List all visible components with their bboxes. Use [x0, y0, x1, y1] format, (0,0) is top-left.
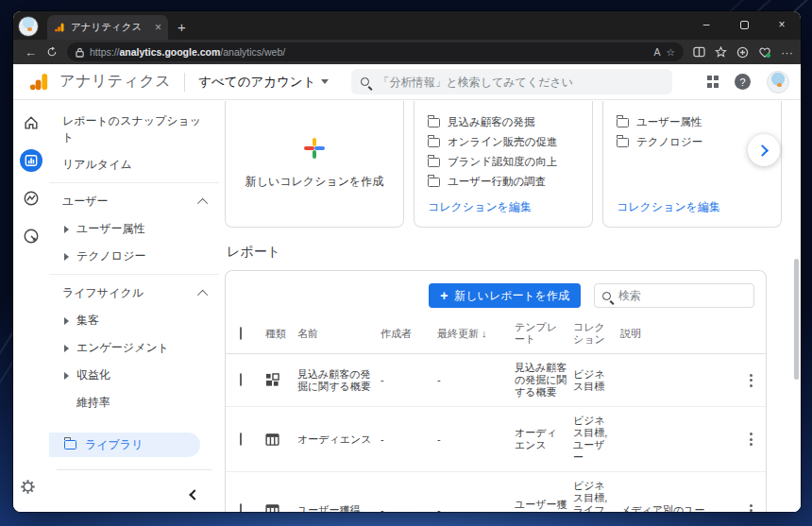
- report-description: メディア別のユー...: [620, 504, 734, 512]
- column-header-collections[interactable]: コレクション: [573, 321, 620, 346]
- search-icon: [602, 292, 611, 300]
- report-updated: -: [437, 374, 515, 386]
- library-button[interactable]: ライブラリ: [49, 433, 200, 457]
- reports-section-title: レポート: [219, 228, 801, 270]
- header-divider: [184, 73, 185, 92]
- report-name[interactable]: 見込み顧客の発掘に関する概要: [297, 368, 381, 393]
- tab-strip: アナリティクス × + – ×: [13, 11, 801, 40]
- plus-icon: [304, 138, 325, 159]
- row-menu-icon[interactable]: [741, 504, 760, 513]
- table-row[interactable]: ユーザー獲得 - - ユーザー獲得 ビジネス目標, ライフサイクル メディア別の…: [226, 472, 766, 512]
- browser-essentials-icon[interactable]: [758, 46, 771, 59]
- nav-section-user[interactable]: ユーザー: [49, 187, 219, 215]
- row-menu-icon[interactable]: [741, 374, 760, 387]
- nav-item-snapshot[interactable]: レポートのスナップショット: [49, 108, 219, 151]
- expand-triangle-icon: [64, 372, 69, 380]
- row-checkbox[interactable]: [240, 373, 242, 386]
- report-template: ユーザー獲得: [515, 499, 573, 513]
- sort-desc-icon: ↓: [482, 328, 487, 339]
- collection-folder-list: 見込み顧客の発掘オンライン販売の促進ブランド認知度の向上ユーザー行動の調査: [414, 101, 592, 192]
- edit-collection-link[interactable]: コレクションを編集: [617, 199, 720, 215]
- help-icon[interactable]: ?: [735, 74, 751, 90]
- ga-header: アナリティクス すべてのアカウント ?: [13, 64, 801, 100]
- collection-folder-item[interactable]: ユーザー行動の調査: [428, 172, 579, 192]
- report-type-icon: [265, 503, 297, 512]
- nav-item-monetization[interactable]: 収益化: [49, 362, 219, 389]
- close-button[interactable]: ×: [763, 11, 801, 38]
- table-search-input[interactable]: [618, 289, 746, 302]
- read-aloud-icon[interactable]: A: [654, 46, 661, 58]
- url-text: https://analytics.google.com/analytics/w…: [90, 46, 649, 58]
- column-header-name[interactable]: 名前: [297, 328, 381, 340]
- settings-gear-icon[interactable]: [20, 479, 36, 499]
- report-name[interactable]: オーディエンス: [297, 433, 381, 446]
- report-name[interactable]: ユーザー獲得: [297, 504, 381, 512]
- minimize-button[interactable]: –: [687, 11, 725, 38]
- ga-search-input[interactable]: [378, 76, 663, 89]
- maximize-button[interactable]: [725, 11, 763, 38]
- reports-icon[interactable]: [20, 149, 42, 172]
- new-tab-button[interactable]: +: [178, 19, 186, 35]
- extensions-icon[interactable]: [736, 46, 749, 59]
- explore-icon[interactable]: [20, 187, 42, 210]
- browser-profile-avatar[interactable]: [18, 16, 39, 37]
- nav-item-retention[interactable]: 維持率: [49, 389, 219, 416]
- browser-tab[interactable]: アナリティクス ×: [47, 15, 168, 40]
- plus-icon: +: [440, 288, 448, 303]
- folder-icon: [64, 440, 76, 450]
- report-collections: ビジネス目標, ライフサイクル: [573, 480, 620, 512]
- nav-item-engagement[interactable]: エンゲージメント: [49, 334, 219, 362]
- account-selector[interactable]: すべてのアカウント: [198, 74, 329, 91]
- nav-item-acquisition[interactable]: 集客: [49, 307, 219, 334]
- product-name: アナリティクス: [59, 72, 171, 92]
- column-header-template[interactable]: テンプレート: [515, 321, 573, 346]
- tab-close-icon[interactable]: ×: [155, 22, 161, 33]
- table-row[interactable]: オーディエンス - - オーディエンス ビジネス目標, ユーザー: [226, 407, 766, 472]
- table-search-box[interactable]: [594, 283, 754, 308]
- address-bar[interactable]: https://analytics.google.com/analytics/w…: [67, 42, 684, 61]
- nav-item-realtime[interactable]: リアルタイム: [49, 151, 219, 178]
- carousel-next-button[interactable]: [748, 134, 780, 166]
- folder-icon: [428, 178, 440, 187]
- nav-section-label: ライフサイクル: [62, 285, 200, 301]
- favorite-star-icon[interactable]: ☆: [667, 46, 675, 58]
- column-header-description[interactable]: 説明: [620, 328, 734, 340]
- new-collection-card[interactable]: 新しいコレクションを作成: [225, 101, 404, 228]
- nav-section-lifecycle[interactable]: ライフサイクル: [49, 279, 219, 307]
- collections-icon[interactable]: [715, 46, 727, 58]
- home-icon[interactable]: [20, 111, 42, 134]
- column-header-updated[interactable]: 最終更新 ↓: [437, 328, 515, 340]
- select-all-checkbox[interactable]: [240, 327, 242, 340]
- column-header-creator[interactable]: 作成者: [381, 328, 437, 340]
- report-creator: -: [381, 433, 437, 446]
- report-collections: ビジネス目標, ユーザー: [573, 415, 620, 464]
- split-screen-icon[interactable]: [693, 46, 705, 58]
- page-scrollbar[interactable]: [794, 259, 799, 380]
- nav-item-user-attributes[interactable]: ユーザー属性: [49, 215, 219, 243]
- create-report-button[interactable]: + 新しいレポートを作成: [429, 283, 581, 308]
- expand-triangle-icon: [64, 345, 69, 352]
- apps-grid-icon[interactable]: [707, 76, 719, 88]
- back-icon[interactable]: ←: [25, 46, 37, 59]
- row-checkbox[interactable]: [240, 503, 242, 512]
- collapse-nav-icon[interactable]: [189, 489, 199, 500]
- collection-folder-item[interactable]: ユーザー属性: [617, 112, 768, 132]
- collection-folder-item[interactable]: テクノロジー: [617, 132, 768, 152]
- table-row[interactable]: 見込み顧客の発掘に関する概要 - - 見込み顧客の発掘に関する概要 ビジネス目標: [226, 354, 766, 407]
- report-type-icon: [265, 433, 297, 447]
- collection-folder-item[interactable]: ブランド認知度の向上: [428, 152, 579, 172]
- row-checkbox[interactable]: [240, 433, 242, 446]
- collection-folder-item[interactable]: オンライン販売の促進: [428, 132, 579, 152]
- collection-folder-item[interactable]: 見込み顧客の発掘: [428, 112, 579, 132]
- row-menu-icon[interactable]: [741, 433, 760, 446]
- refresh-icon[interactable]: [46, 46, 58, 58]
- more-menu-icon[interactable]: ···: [781, 46, 793, 59]
- advertising-icon[interactable]: [20, 225, 42, 247]
- folder-icon: [617, 138, 629, 147]
- column-header-type[interactable]: 種類: [265, 328, 297, 340]
- report-collections: ビジネス目標: [573, 368, 620, 393]
- user-avatar[interactable]: [767, 71, 789, 93]
- edit-collection-link[interactable]: コレクションを編集: [428, 199, 532, 215]
- nav-item-technology[interactable]: テクノロジー: [49, 243, 219, 270]
- ga-search-bar[interactable]: [351, 69, 672, 94]
